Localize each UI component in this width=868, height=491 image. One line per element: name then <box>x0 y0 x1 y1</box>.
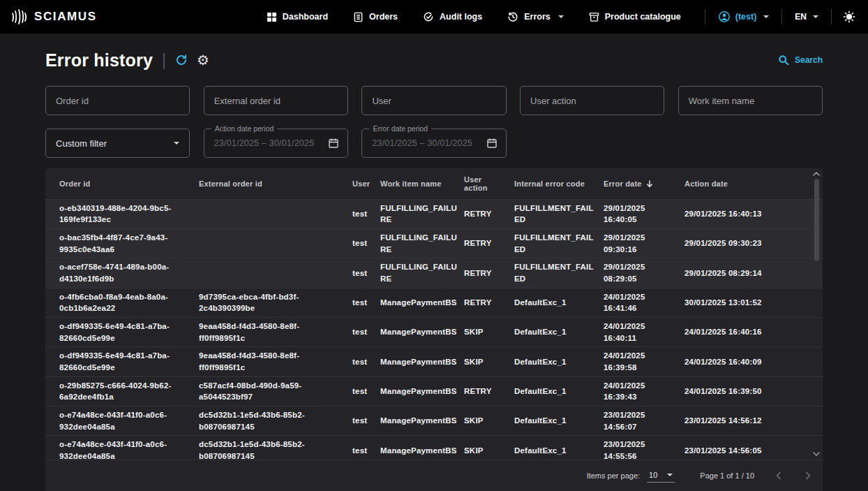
cell-external-order-id <box>199 228 352 258</box>
table-row[interactable]: o-29b85275-c666-4024-9b62-6a92dee4fb1a c… <box>45 376 823 406</box>
audit-logs-icon <box>423 11 434 22</box>
cell-error-date: 24/01/2025 16:39:43 <box>604 376 684 406</box>
cell-internal-error-code: FULFILLMENT_FAILED <box>514 228 604 258</box>
cell-external-order-id: 9eaa458d-f4d3-4580-8e8f-ff0ff9895f1c <box>199 347 352 376</box>
account-menu[interactable]: (test) <box>705 10 782 23</box>
cell-external-order-id: dc5d32b1-1e5d-43b6-85b2-b08706987145 <box>199 436 352 460</box>
col-header-order-id[interactable]: Order id <box>45 168 199 199</box>
nav-item-product-catalogue[interactable]: Product catalogue <box>589 12 681 22</box>
search-label: Search <box>795 55 823 65</box>
col-header-external-order-id[interactable]: External order id <box>199 168 352 199</box>
brand-logo-icon <box>10 8 28 26</box>
col-header-internal-error-code[interactable]: Internal error code <box>514 168 604 199</box>
cell-order-id: o-df949335-6e49-4c81-a7ba-82660cd5e99e <box>45 317 199 346</box>
custom-filter-label: Custom filter <box>56 138 107 149</box>
cell-order-id: o-df949335-6e49-4c81-a7ba-82660cd5e99e <box>45 347 199 376</box>
scroll-up-icon[interactable] <box>813 172 820 176</box>
cell-work-item-name: ManagePaymentBS <box>380 317 464 346</box>
cell-work-item-name: ManagePaymentBS <box>380 376 464 406</box>
order-id-input[interactable] <box>46 87 189 115</box>
brand[interactable]: SCIAMUS <box>10 8 97 26</box>
vertical-scrollbar <box>812 172 821 456</box>
cell-order-id: o-4fb6cba0-f8a9-4eab-8a0a-0cb1b6a2ea22 <box>45 288 199 317</box>
cell-user-action: SKIP <box>464 347 514 376</box>
cell-error-date: 24/01/2025 16:40:11 <box>604 317 684 346</box>
error-table: Order id External order id User Work ite… <box>45 168 823 460</box>
cell-user: test <box>352 406 380 435</box>
action-date-period-field[interactable]: Action date period 23/01/2025 – 30/01/20… <box>204 129 348 158</box>
col-header-error-date[interactable]: Error date <box>604 168 684 199</box>
nav-item-orders[interactable]: Orders <box>353 12 398 22</box>
table-body: o-eb340319-488e-4204-9bc5-169fe9f133ec t… <box>45 199 823 460</box>
external-order-id-input[interactable] <box>204 87 347 115</box>
col-header-action-date[interactable]: Action date <box>684 168 823 199</box>
col-header-work-item-name[interactable]: Work item name <box>380 168 464 199</box>
cell-external-order-id: dc5d32b1-1e5d-43b6-85b2-b08706987145 <box>199 406 352 435</box>
user-icon <box>718 10 731 23</box>
order-id-filter <box>45 86 190 115</box>
errors-history-icon <box>507 11 518 22</box>
col-header-user-action[interactable]: User action <box>464 168 514 199</box>
theme-toggle-button[interactable] <box>832 10 855 23</box>
table-row[interactable]: o-df949335-6e49-4c81-a7ba-82660cd5e99e 9… <box>45 317 823 346</box>
sun-icon <box>843 10 855 23</box>
table-row[interactable]: o-bac35fb4-4f87-4ce7-9a43-9935c0e43aa6 t… <box>45 228 823 258</box>
nav-item-dashboard[interactable]: Dashboard <box>267 12 328 22</box>
refresh-button[interactable] <box>175 54 188 66</box>
calendar-icon[interactable] <box>486 138 497 149</box>
page-content: Error history | ⚙ Search <box>0 47 868 491</box>
col-header-user[interactable]: User <box>352 168 380 199</box>
cell-work-item-name: ManagePaymentBS <box>380 288 464 317</box>
items-per-page-value: 10 <box>649 471 657 479</box>
items-per-page-select[interactable]: 10 <box>647 469 675 483</box>
cell-error-date: 23/01/2025 14:55:56 <box>604 436 684 460</box>
cell-user-action: SKIP <box>464 436 514 460</box>
scrollbar-thumb[interactable] <box>814 179 819 261</box>
table-row[interactable]: o-e74a48ce-043f-41f0-a0c6-932dee04a85a d… <box>45 406 823 435</box>
cell-external-order-id: 9eaa458d-f4d3-4580-8e8f-ff0ff9895f1c <box>199 317 352 346</box>
table-row[interactable]: o-4fb6cba0-f8a9-4eab-8a0a-0cb1b6a2ea22 9… <box>45 288 823 317</box>
main-nav: Dashboard Orders Audit logs <box>267 11 681 22</box>
cell-action-date: 23/01/2025 14:56:12 <box>684 406 823 435</box>
cell-internal-error-code: DefaultExc_1 <box>514 317 604 346</box>
cell-external-order-id <box>199 258 352 288</box>
scroll-down-icon[interactable] <box>813 452 820 456</box>
cell-work-item-name: ManagePaymentBS <box>380 347 464 376</box>
cell-error-date: 29/01/2025 09:30:16 <box>604 228 684 258</box>
user-input[interactable] <box>362 87 505 115</box>
cell-user-action: RETRY <box>464 376 514 406</box>
cell-internal-error-code: DefaultExc_1 <box>514 288 604 317</box>
next-page-button[interactable] <box>803 471 813 481</box>
cell-error-date: 29/01/2025 16:40:05 <box>604 199 684 228</box>
cell-order-id: o-acef758e-4741-489a-b00a-d4130e1f6d9b <box>45 258 199 288</box>
language-menu[interactable]: EN <box>782 12 831 22</box>
table-scroll-area: Order id External order id User Work ite… <box>45 168 823 460</box>
nav-item-audit-logs[interactable]: Audit logs <box>423 11 482 22</box>
error-date-period-field[interactable]: Error date period 23/01/2025 – 30/01/202… <box>361 129 506 158</box>
table-row[interactable]: o-df949335-6e49-4c81-a7ba-82660cd5e99e 9… <box>45 347 823 376</box>
user-action-filter <box>520 86 664 115</box>
table-row[interactable]: o-e74a48ce-043f-41f0-a0c6-932dee04a85a d… <box>45 436 823 460</box>
table-row[interactable]: o-eb340319-488e-4204-9bc5-169fe9f133ec t… <box>45 199 823 228</box>
cell-user: test <box>352 258 380 288</box>
search-button[interactable]: Search <box>778 54 823 66</box>
settings-gear-button[interactable]: ⚙ <box>197 53 209 67</box>
title-row: Error history | ⚙ Search <box>45 47 823 73</box>
work-item-name-input[interactable] <box>679 87 822 115</box>
cell-user-action: SKIP <box>464 406 514 435</box>
nav-label: Audit logs <box>440 12 482 22</box>
table-row[interactable]: o-acef758e-4741-489a-b00a-d4130e1f6d9b t… <box>45 258 823 288</box>
product-catalogue-icon <box>589 12 599 22</box>
cell-order-id: o-29b85275-c666-4024-9b62-6a92dee4fb1a <box>45 376 199 406</box>
previous-page-button[interactable] <box>774 471 784 481</box>
custom-filter-select[interactable]: Custom filter <box>45 129 190 158</box>
calendar-icon[interactable] <box>328 138 339 149</box>
nav-item-errors[interactable]: Errors <box>507 11 564 22</box>
nav-label: Product catalogue <box>605 12 681 22</box>
brand-name: SCIAMUS <box>34 10 97 24</box>
cell-internal-error-code: DefaultExc_1 <box>514 347 604 376</box>
cell-action-date: 29/01/2025 09:30:23 <box>684 228 823 258</box>
cell-error-date: 24/01/2025 16:41:46 <box>604 288 684 317</box>
cell-internal-error-code: DefaultExc_1 <box>514 436 604 460</box>
user-action-input[interactable] <box>521 87 664 115</box>
